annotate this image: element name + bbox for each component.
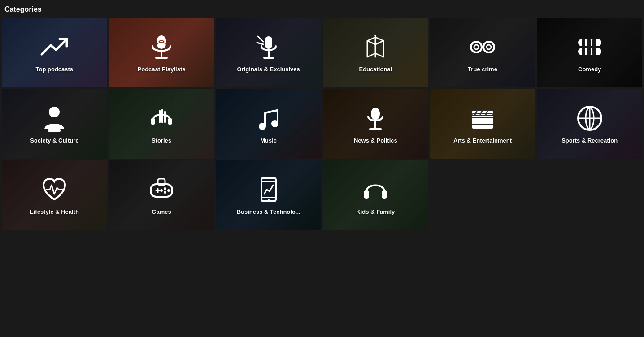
card-content-comedy: Comedy: [537, 18, 642, 87]
card-content-top-podcasts: Top podcasts: [2, 18, 107, 87]
card-label-arts-entertainment: Arts & Entertainment: [451, 137, 514, 144]
category-card-stories[interactable]: Stories: [109, 89, 214, 159]
svg-point-9: [483, 42, 494, 52]
svg-line-31: [265, 110, 278, 113]
category-card-sports-recreation[interactable]: Sports & Recreation: [537, 89, 642, 159]
svg-rect-27: [161, 109, 163, 123]
card-content-podcast-playlists: Podcast Playlists: [109, 18, 214, 87]
mic-stand-icon: [254, 33, 283, 61]
clapperboard-icon: [468, 104, 497, 133]
category-card-educational[interactable]: Educational: [323, 18, 428, 87]
card-content-lifestyle-health: Lifestyle & Health: [2, 160, 107, 230]
category-card-kids-family[interactable]: Kids & Family: [323, 160, 428, 230]
book-icon: [361, 33, 390, 61]
svg-rect-28: [164, 111, 166, 123]
svg-point-53: [164, 191, 166, 194]
category-card-news-politics[interactable]: News & Politics: [323, 89, 428, 159]
gamepad-icon: [147, 175, 176, 204]
headphones-books-icon: [147, 104, 176, 133]
svg-rect-18: [582, 46, 585, 55]
card-label-top-podcasts: Top podcasts: [33, 66, 76, 73]
card-label-sports-recreation: Sports & Recreation: [559, 137, 620, 144]
card-label-lifestyle-health: Lifestyle & Health: [27, 208, 82, 215]
svg-rect-60: [364, 190, 369, 199]
category-card-true-crime[interactable]: True crime: [430, 18, 535, 87]
svg-point-32: [371, 108, 380, 120]
svg-point-51: [164, 187, 166, 190]
card-content-educational: Educational: [323, 18, 428, 87]
card-content-society-culture: Society & Culture: [2, 89, 107, 159]
svg-point-52: [167, 189, 170, 192]
category-card-music[interactable]: Music: [216, 89, 321, 159]
card-label-business-technology: Business & Technolo...: [234, 208, 303, 215]
svg-line-7: [257, 43, 263, 44]
svg-line-6: [258, 36, 263, 42]
category-card-originals-exclusives[interactable]: Originals & Exclusives: [216, 18, 321, 87]
card-label-music: Music: [257, 137, 279, 144]
microphone-icon: [147, 33, 176, 61]
card-content-games: Games: [109, 160, 214, 230]
card-content-kids-family: Kids & Family: [323, 160, 428, 230]
heart-pulse-icon: [40, 175, 69, 204]
svg-rect-23: [48, 129, 61, 132]
card-content-news-politics: News & Politics: [323, 89, 428, 159]
card-content-business-technology: Business & Technolo...: [216, 160, 321, 230]
card-label-games: Games: [149, 208, 174, 215]
page-title: Categories: [0, 0, 644, 18]
card-label-true-crime: True crime: [465, 66, 500, 73]
svg-rect-61: [382, 190, 387, 199]
category-card-podcast-playlists[interactable]: Podcast Playlists: [109, 18, 214, 87]
card-label-kids-family: Kids & Family: [353, 208, 397, 215]
card-content-music: Music: [216, 89, 321, 159]
card-content-true-crime: True crime: [430, 18, 535, 87]
person-bust-icon: [40, 104, 69, 133]
category-card-society-culture[interactable]: Society & Culture: [2, 89, 107, 159]
card-label-originals-exclusives: Originals & Exclusives: [235, 66, 303, 73]
svg-rect-26: [159, 110, 161, 123]
svg-point-30: [271, 120, 278, 127]
music-note-icon: [254, 104, 283, 133]
card-label-educational: Educational: [356, 66, 395, 73]
svg-rect-20: [592, 46, 596, 55]
svg-rect-19: [587, 45, 591, 55]
card-content-stories: Stories: [109, 89, 214, 159]
category-card-lifestyle-health[interactable]: Lifestyle & Health: [2, 160, 107, 230]
card-label-podcast-playlists: Podcast Playlists: [135, 66, 188, 73]
card-content-originals-exclusives: Originals & Exclusives: [216, 18, 321, 87]
basketball-icon: [575, 104, 604, 133]
svg-rect-3: [265, 36, 272, 49]
category-card-games[interactable]: Games: [109, 160, 214, 230]
svg-point-11: [487, 45, 491, 49]
category-card-top-podcasts[interactable]: Top podcasts: [2, 18, 107, 87]
card-label-news-politics: News & Politics: [351, 137, 400, 144]
headphones-small-icon: [361, 175, 390, 204]
svg-point-8: [471, 42, 482, 52]
category-card-arts-entertainment[interactable]: Arts & Entertainment: [430, 89, 535, 159]
mobile-chart-icon: [254, 175, 283, 204]
svg-rect-24: [151, 118, 155, 125]
trending-up-icon: [40, 33, 69, 61]
microphone-stand-icon: [361, 104, 390, 133]
category-card-comedy[interactable]: Comedy: [537, 18, 642, 87]
card-label-comedy: Comedy: [575, 66, 604, 73]
card-label-society-culture: Society & Culture: [27, 137, 81, 144]
card-content-sports-recreation: Sports & Recreation: [537, 89, 642, 159]
handcuffs-icon: [468, 33, 497, 61]
card-content-arts-entertainment: Arts & Entertainment: [430, 89, 535, 159]
category-card-business-technology[interactable]: Business & Technolo...: [216, 160, 321, 230]
svg-point-59: [268, 199, 270, 200]
svg-point-21: [49, 107, 60, 117]
svg-point-54: [160, 189, 163, 192]
svg-point-10: [474, 45, 479, 49]
svg-point-29: [259, 123, 266, 130]
card-label-stories: Stories: [149, 137, 174, 144]
svg-rect-25: [168, 118, 172, 125]
teeth-icon: [575, 33, 604, 61]
categories-grid: Top podcasts Podcast Playlists Originals…: [0, 18, 644, 232]
